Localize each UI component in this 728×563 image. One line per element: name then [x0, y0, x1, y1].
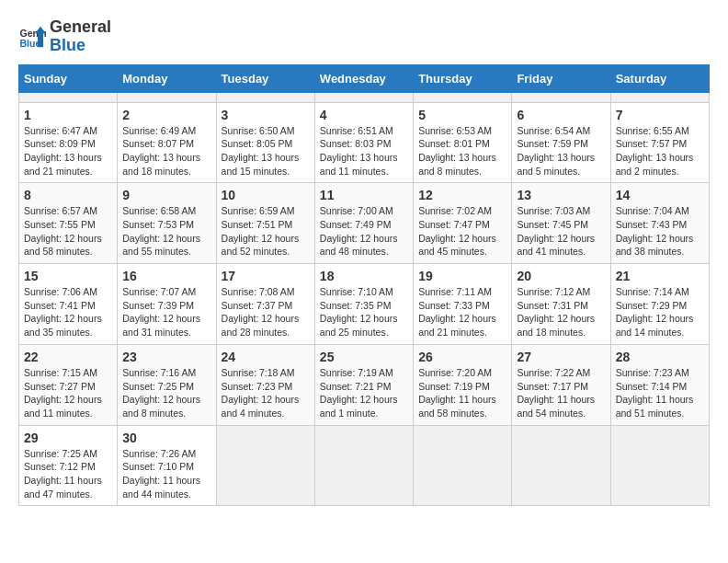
calendar-cell: 17Sunrise: 7:08 AM Sunset: 7:37 PM Dayli…: [216, 264, 314, 345]
day-number: 11: [320, 188, 408, 202]
day-info: Sunrise: 7:07 AM Sunset: 7:39 PM Dayligh…: [122, 285, 210, 339]
day-info: Sunrise: 6:50 AM Sunset: 8:05 PM Dayligh…: [222, 124, 310, 178]
day-header-wednesday: Wednesday: [314, 64, 413, 92]
calendar-cell: 16Sunrise: 7:07 AM Sunset: 7:39 PM Dayli…: [118, 264, 216, 345]
calendar-cell: [314, 92, 413, 102]
day-number: 20: [517, 269, 605, 283]
day-info: Sunrise: 7:15 AM Sunset: 7:27 PM Dayligh…: [24, 366, 112, 420]
day-info: Sunrise: 7:02 AM Sunset: 7:47 PM Dayligh…: [418, 204, 506, 259]
calendar-header-row: SundayMondayTuesdayWednesdayThursdayFrid…: [19, 64, 710, 92]
calendar-cell: 4Sunrise: 6:51 AM Sunset: 8:03 PM Daylig…: [314, 102, 413, 183]
day-number: 9: [122, 188, 210, 202]
logo-text: General Blue: [50, 18, 111, 55]
day-info: Sunrise: 7:04 AM Sunset: 7:43 PM Dayligh…: [616, 204, 704, 259]
logo-icon: General Blue: [18, 23, 46, 51]
day-number: 3: [222, 108, 310, 122]
day-info: Sunrise: 7:14 AM Sunset: 7:29 PM Dayligh…: [616, 285, 704, 339]
day-info: Sunrise: 7:18 AM Sunset: 7:23 PM Dayligh…: [222, 366, 310, 420]
day-info: Sunrise: 7:23 AM Sunset: 7:14 PM Dayligh…: [616, 366, 704, 420]
calendar-cell: 6Sunrise: 6:54 AM Sunset: 7:59 PM Daylig…: [512, 102, 610, 183]
day-number: 18: [320, 269, 408, 283]
day-number: 23: [122, 350, 210, 364]
calendar-cell: 24Sunrise: 7:18 AM Sunset: 7:23 PM Dayli…: [216, 344, 314, 425]
day-info: Sunrise: 6:53 AM Sunset: 8:01 PM Dayligh…: [418, 124, 506, 178]
day-info: Sunrise: 6:59 AM Sunset: 7:51 PM Dayligh…: [222, 204, 310, 259]
calendar-cell: [314, 425, 413, 506]
day-number: 24: [222, 350, 310, 364]
calendar-cell: [512, 92, 610, 102]
calendar-cell: 19Sunrise: 7:11 AM Sunset: 7:33 PM Dayli…: [414, 264, 512, 345]
day-header-sunday: Sunday: [19, 64, 118, 92]
day-number: 26: [418, 350, 506, 364]
day-number: 16: [122, 269, 210, 283]
day-info: Sunrise: 6:51 AM Sunset: 8:03 PM Dayligh…: [320, 124, 408, 178]
calendar-cell: [610, 92, 709, 102]
calendar-cell: 28Sunrise: 7:23 AM Sunset: 7:14 PM Dayli…: [610, 344, 709, 425]
day-number: 5: [418, 108, 506, 122]
page-header: General Blue General Blue: [18, 18, 710, 55]
day-header-tuesday: Tuesday: [216, 64, 314, 92]
calendar-cell: 1Sunrise: 6:47 AM Sunset: 8:09 PM Daylig…: [19, 102, 118, 183]
day-info: Sunrise: 6:49 AM Sunset: 8:07 PM Dayligh…: [122, 124, 210, 178]
day-info: Sunrise: 7:11 AM Sunset: 7:33 PM Dayligh…: [418, 285, 506, 339]
calendar-cell: 14Sunrise: 7:04 AM Sunset: 7:43 PM Dayli…: [610, 183, 709, 264]
day-info: Sunrise: 6:57 AM Sunset: 7:55 PM Dayligh…: [24, 204, 112, 259]
day-info: Sunrise: 7:26 AM Sunset: 7:10 PM Dayligh…: [122, 447, 210, 501]
calendar-cell: 9Sunrise: 6:58 AM Sunset: 7:53 PM Daylig…: [118, 183, 216, 264]
calendar-cell: [216, 92, 314, 102]
day-header-thursday: Thursday: [414, 64, 512, 92]
calendar-week-row: 8Sunrise: 6:57 AM Sunset: 7:55 PM Daylig…: [19, 183, 710, 264]
day-number: 7: [616, 108, 704, 122]
calendar-cell: [19, 92, 118, 102]
day-info: Sunrise: 7:12 AM Sunset: 7:31 PM Dayligh…: [517, 285, 605, 339]
calendar-cell: 3Sunrise: 6:50 AM Sunset: 8:05 PM Daylig…: [216, 102, 314, 183]
day-info: Sunrise: 7:08 AM Sunset: 7:37 PM Dayligh…: [222, 285, 310, 339]
calendar-week-row: 1Sunrise: 6:47 AM Sunset: 8:09 PM Daylig…: [19, 102, 710, 183]
calendar-cell: 23Sunrise: 7:16 AM Sunset: 7:25 PM Dayli…: [118, 344, 216, 425]
day-info: Sunrise: 6:55 AM Sunset: 7:57 PM Dayligh…: [616, 124, 704, 178]
day-header-friday: Friday: [512, 64, 610, 92]
day-info: Sunrise: 6:47 AM Sunset: 8:09 PM Dayligh…: [24, 124, 112, 178]
day-number: 1: [24, 108, 112, 122]
day-number: 10: [222, 188, 310, 202]
day-number: 30: [122, 431, 210, 445]
day-number: 25: [320, 350, 408, 364]
calendar-cell: 18Sunrise: 7:10 AM Sunset: 7:35 PM Dayli…: [314, 264, 413, 345]
calendar-week-row: [19, 92, 710, 102]
day-number: 4: [320, 108, 408, 122]
day-info: Sunrise: 7:16 AM Sunset: 7:25 PM Dayligh…: [122, 366, 210, 420]
day-number: 12: [418, 188, 506, 202]
calendar-cell: 26Sunrise: 7:20 AM Sunset: 7:19 PM Dayli…: [414, 344, 512, 425]
calendar-table: SundayMondayTuesdayWednesdayThursdayFrid…: [18, 64, 710, 507]
calendar-cell: 20Sunrise: 7:12 AM Sunset: 7:31 PM Dayli…: [512, 264, 610, 345]
day-info: Sunrise: 7:20 AM Sunset: 7:19 PM Dayligh…: [418, 366, 506, 420]
calendar-cell: 22Sunrise: 7:15 AM Sunset: 7:27 PM Dayli…: [19, 344, 118, 425]
day-info: Sunrise: 6:54 AM Sunset: 7:59 PM Dayligh…: [517, 124, 605, 178]
day-number: 15: [24, 269, 112, 283]
day-number: 29: [24, 431, 112, 445]
calendar-cell: 10Sunrise: 6:59 AM Sunset: 7:51 PM Dayli…: [216, 183, 314, 264]
calendar-cell: 12Sunrise: 7:02 AM Sunset: 7:47 PM Dayli…: [414, 183, 512, 264]
calendar-week-row: 15Sunrise: 7:06 AM Sunset: 7:41 PM Dayli…: [19, 264, 710, 345]
day-info: Sunrise: 7:22 AM Sunset: 7:17 PM Dayligh…: [517, 366, 605, 420]
calendar-cell: [414, 92, 512, 102]
calendar-cell: 21Sunrise: 7:14 AM Sunset: 7:29 PM Dayli…: [610, 264, 709, 345]
calendar-cell: 27Sunrise: 7:22 AM Sunset: 7:17 PM Dayli…: [512, 344, 610, 425]
day-number: 19: [418, 269, 506, 283]
calendar-cell: [512, 425, 610, 506]
calendar-cell: [610, 425, 709, 506]
calendar-cell: [414, 425, 512, 506]
day-number: 22: [24, 350, 112, 364]
calendar-cell: 5Sunrise: 6:53 AM Sunset: 8:01 PM Daylig…: [414, 102, 512, 183]
day-info: Sunrise: 7:10 AM Sunset: 7:35 PM Dayligh…: [320, 285, 408, 339]
svg-text:Blue: Blue: [20, 37, 41, 48]
day-number: 8: [24, 188, 112, 202]
calendar-week-row: 29Sunrise: 7:25 AM Sunset: 7:12 PM Dayli…: [19, 425, 710, 506]
calendar-cell: 29Sunrise: 7:25 AM Sunset: 7:12 PM Dayli…: [19, 425, 118, 506]
day-number: 14: [616, 188, 704, 202]
calendar-cell: 30Sunrise: 7:26 AM Sunset: 7:10 PM Dayli…: [118, 425, 216, 506]
day-number: 2: [122, 108, 210, 122]
day-info: Sunrise: 7:03 AM Sunset: 7:45 PM Dayligh…: [517, 204, 605, 259]
calendar-cell: 15Sunrise: 7:06 AM Sunset: 7:41 PM Dayli…: [19, 264, 118, 345]
calendar-cell: 8Sunrise: 6:57 AM Sunset: 7:55 PM Daylig…: [19, 183, 118, 264]
